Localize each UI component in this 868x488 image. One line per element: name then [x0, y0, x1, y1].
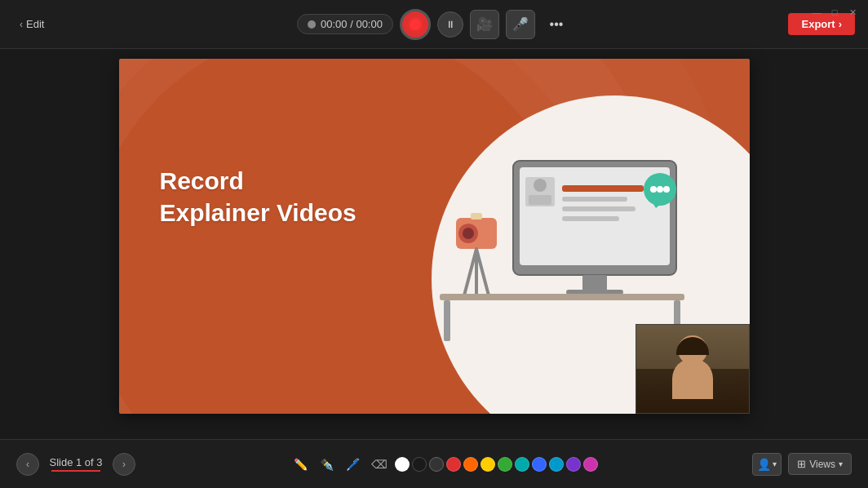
person-icon: 👤: [757, 458, 771, 471]
svg-line-16: [476, 249, 489, 295]
webcam-overlay: [636, 324, 750, 414]
slide-counter-wrapper: Slide 1 of 3: [47, 456, 104, 472]
bottom-toolbar: ‹ Slide 1 of 3 › ✏️ ✒️ 🖊️ ⌫: [0, 439, 868, 488]
dropdown-arrow-icon: ▾: [773, 459, 777, 468]
drawing-tools: ✏️ ✒️ 🖊️ ⌫: [290, 454, 598, 475]
next-slide-button[interactable]: ›: [113, 453, 135, 476]
views-dropdown-icon: ▾: [839, 459, 843, 468]
svg-rect-4: [562, 206, 636, 211]
pause-button[interactable]: ⏸: [437, 11, 463, 38]
back-edit-button[interactable]: ‹ Edit: [13, 15, 51, 33]
prev-slide-button[interactable]: ‹: [16, 453, 39, 476]
color-blue-swatch[interactable]: [532, 457, 547, 472]
slide-counter: Slide 1 of 3: [47, 456, 104, 468]
camera-icon: 🎥: [476, 16, 493, 32]
pause-icon: ⏸: [445, 19, 455, 30]
svg-point-23: [657, 186, 663, 193]
svg-rect-8: [529, 195, 551, 205]
color-white-swatch[interactable]: [395, 457, 410, 472]
slide-title-line1: Record: [160, 165, 356, 197]
highlighter-icon: 🖊️: [346, 458, 360, 471]
more-options-button[interactable]: •••: [542, 10, 571, 39]
color-dark-swatch[interactable]: [429, 457, 444, 472]
timer-display: 00:00 / 00:00: [321, 18, 383, 30]
views-button[interactable]: ⊞ Views ▾: [788, 453, 852, 475]
mic-icon: 🎤: [512, 16, 529, 32]
toolbar-center: 00:00 / 00:00 ⏸ 🎥 🎤 •••: [297, 9, 571, 40]
svg-rect-3: [562, 197, 627, 202]
highlighter-tool-button[interactable]: 🖊️: [343, 454, 364, 475]
svg-rect-14: [471, 213, 482, 220]
color-orange-swatch[interactable]: [463, 457, 478, 472]
minimize-button[interactable]: —: [811, 7, 822, 18]
slide-navigation: ‹ Slide 1 of 3 ›: [16, 453, 135, 476]
color-pink-swatch[interactable]: [583, 457, 598, 472]
color-teal-swatch[interactable]: [515, 457, 529, 472]
record-button[interactable]: [400, 9, 431, 40]
svg-point-7: [534, 179, 547, 192]
marker-icon: ✒️: [320, 458, 334, 471]
layout-icon: ⊞: [797, 458, 806, 470]
timer-area: 00:00 / 00:00: [297, 14, 393, 34]
color-purple-swatch[interactable]: [566, 457, 581, 472]
timer-dot: [308, 20, 316, 29]
slide-title-line2: Explainer Videos: [160, 197, 356, 228]
svg-point-22: [650, 186, 657, 193]
pen-icon: ✏️: [294, 458, 308, 471]
webcam-person-view: [636, 325, 749, 413]
svg-line-15: [464, 249, 476, 295]
chevron-right-icon: ›: [122, 459, 126, 470]
maximize-button[interactable]: □: [829, 7, 840, 18]
export-label: Export: [801, 18, 835, 30]
color-black-swatch[interactable]: [412, 457, 427, 472]
eraser-icon: ⌫: [371, 458, 388, 471]
color-palette: [395, 457, 598, 472]
pen-tool-button[interactable]: ✏️: [290, 454, 312, 475]
eraser-tool-button[interactable]: ⌫: [369, 454, 390, 475]
chevron-left-icon: ‹: [26, 459, 29, 470]
svg-rect-19: [444, 300, 450, 341]
slide-container: Record Explainer Videos: [119, 59, 750, 414]
slide-title: Record Explainer Videos: [160, 165, 356, 228]
svg-point-24: [663, 186, 670, 193]
person-hair: [676, 337, 709, 355]
svg-rect-9: [582, 275, 607, 291]
marker-tool-button[interactable]: ✒️: [317, 454, 338, 475]
slide-background: Record Explainer Videos: [119, 59, 750, 414]
person-silhouette: [668, 335, 717, 397]
color-red-swatch[interactable]: [446, 457, 461, 472]
camera-button[interactable]: 🎥: [470, 10, 499, 39]
chevron-left-icon: ‹: [20, 19, 23, 30]
slide-progress-line: [51, 470, 100, 472]
close-button[interactable]: ✕: [847, 7, 858, 18]
svg-rect-18: [440, 294, 684, 300]
chevron-right-icon: ›: [839, 18, 842, 30]
color-green-swatch[interactable]: [498, 457, 512, 472]
color-blue2-swatch[interactable]: [549, 457, 564, 472]
main-content: Record Explainer Videos: [0, 49, 868, 488]
views-label: Views: [809, 459, 835, 470]
person-view-button[interactable]: 👤 ▾: [752, 453, 782, 476]
svg-rect-5: [562, 216, 619, 221]
view-controls: 👤 ▾ ⊞ Views ▾: [752, 453, 852, 476]
color-yellow-swatch[interactable]: [480, 457, 495, 472]
edit-label: Edit: [26, 18, 44, 30]
window-controls: — □ ✕: [811, 7, 858, 18]
svg-rect-2: [562, 185, 644, 192]
microphone-button[interactable]: 🎤: [506, 10, 535, 39]
ellipsis-icon: •••: [550, 17, 564, 32]
top-toolbar: ‹ Edit 00:00 / 00:00 ⏸ 🎥 🎤 ••• Export ›: [0, 0, 868, 49]
toolbar-left: ‹ Edit: [13, 15, 51, 33]
svg-point-13: [463, 228, 474, 239]
